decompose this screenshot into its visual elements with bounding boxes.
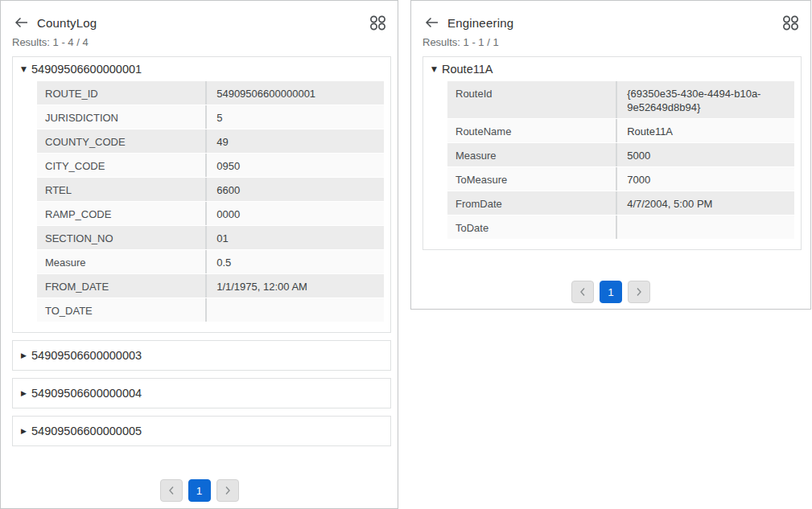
feature-card-collapsed: ▶ 54909506600000003 [12, 340, 391, 371]
feature-toggle-header[interactable]: ▶ 54909506600000004 [13, 379, 390, 408]
attribute-label: TO_DATE [37, 298, 207, 322]
pagination: 1 [411, 281, 810, 303]
feature-card-collapsed: ▶ 54909506600000004 [12, 378, 391, 408]
feature-id: 54909506600000001 [31, 63, 142, 76]
attribute-row: TO_DATE [37, 298, 384, 322]
results-count: Results: 1 - 1 / 1 [411, 31, 810, 56]
attribute-label: ROUTE_ID [37, 81, 207, 105]
attribute-label: ToMeasure [447, 167, 617, 191]
attribute-row: RTEL 6600 [37, 178, 384, 202]
attribute-label: SECTION_NO [37, 226, 207, 249]
back-button[interactable] [424, 16, 439, 29]
apps-grid-icon [369, 15, 386, 31]
attribute-value: {69350e35-430e-4494-b10a-9e52649d8b94} [617, 81, 794, 118]
attribute-value: 0950 [207, 154, 384, 177]
attribute-row: ToMeasure 7000 [447, 167, 794, 191]
apps-grid-icon [782, 15, 799, 31]
panel-header: Engineering [411, 1, 810, 31]
caret-right-icon: ▶ [21, 351, 31, 359]
feature-card-expanded: ▼ Route11A RouteId {69350e35-430e-4494-b… [422, 56, 802, 250]
attribute-value: Route11A [617, 119, 794, 142]
attribute-label: FROM_DATE [37, 274, 207, 298]
arrow-left-icon [425, 17, 439, 28]
attribute-value: 01 [207, 226, 384, 249]
attribute-row: RAMP_CODE 0000 [37, 202, 384, 226]
chevron-right-icon [636, 287, 642, 297]
attribute-row: ToDate [447, 216, 794, 240]
attribute-value [617, 216, 794, 239]
attribute-value: 6600 [207, 178, 384, 201]
attribute-row: FromDate 4/7/2004, 5:00 PM [447, 191, 794, 216]
attribute-label: COUNTY_CODE [37, 129, 207, 153]
attribute-label: RTEL [37, 178, 207, 201]
actions-button[interactable] [369, 14, 386, 31]
attribute-row: Measure 5000 [447, 143, 794, 167]
attribute-row: FROM_DATE 1/1/1975, 12:00 AM [37, 274, 384, 298]
feature-id: 54909506600000003 [31, 349, 142, 362]
results-count: Results: 1 - 4 / 4 [1, 31, 398, 56]
chevron-left-icon [579, 287, 586, 297]
attribute-row: COUNTY_CODE 49 [37, 129, 384, 154]
engineering-feature-info-panel: Engineering Results: 1 - 1 / 1 ▼ Route11… [410, 0, 811, 310]
attribute-row: CITY_CODE 0950 [37, 154, 384, 178]
attribute-label: RouteName [447, 119, 617, 142]
chevron-right-icon [225, 486, 231, 495]
attribute-row: JURISDICTION 5 [37, 105, 384, 129]
attribute-label: JURISDICTION [37, 105, 207, 129]
feature-id: Route11A [442, 63, 493, 76]
attribute-row: SECTION_NO 01 [37, 226, 384, 250]
attribute-label: CITY_CODE [37, 154, 207, 177]
current-page-button[interactable]: 1 [188, 479, 211, 502]
attribute-table: ROUTE_ID 54909506600000001 JURISDICTION … [37, 81, 384, 322]
previous-page-button[interactable] [571, 281, 594, 303]
panel-title: Engineering [447, 16, 781, 30]
panel-header: CountyLog [1, 1, 398, 31]
attribute-value: 0000 [207, 202, 384, 225]
countylog-feature-info-panel: CountyLog Results: 1 - 4 / 4 ▼ 549095066… [0, 0, 398, 509]
attribute-label: Measure [447, 143, 617, 166]
attribute-value: 0.5 [207, 250, 384, 273]
caret-right-icon: ▶ [21, 389, 31, 397]
attribute-value: 1/1/1975, 12:00 AM [207, 274, 384, 298]
caret-down-icon: ▼ [21, 65, 31, 73]
next-page-button[interactable] [628, 281, 650, 303]
feature-toggle-header[interactable]: ▶ 54909506600000005 [13, 417, 390, 445]
attribute-label: RouteId [447, 81, 617, 118]
attribute-value: 7000 [617, 167, 794, 191]
feature-id: 54909506600000005 [31, 425, 142, 437]
feature-toggle-header[interactable]: ▶ 54909506600000003 [13, 341, 390, 370]
attribute-row: RouteId {69350e35-430e-4494-b10a-9e52649… [447, 81, 794, 119]
attribute-value: 4/7/2004, 5:00 PM [617, 191, 794, 215]
attribute-value [207, 298, 384, 322]
attribute-value: 5 [207, 105, 384, 129]
attribute-row: ROUTE_ID 54909506600000001 [37, 81, 384, 105]
actions-button[interactable] [781, 14, 799, 31]
caret-right-icon: ▶ [21, 427, 31, 435]
pagination: 1 [1, 479, 398, 502]
chevron-left-icon [168, 486, 175, 495]
attribute-value: 54909506600000001 [207, 81, 384, 105]
attribute-label: RAMP_CODE [37, 202, 207, 225]
feature-card-collapsed: ▶ 54909506600000005 [12, 416, 391, 446]
feature-toggle-header[interactable]: ▼ Route11A [423, 57, 801, 80]
caret-down-icon: ▼ [431, 65, 442, 73]
feature-toggle-header[interactable]: ▼ 54909506600000001 [13, 57, 390, 80]
back-button[interactable] [14, 16, 28, 29]
attribute-label: FromDate [447, 191, 617, 215]
attribute-value: 5000 [617, 143, 794, 166]
attribute-row: Measure 0.5 [37, 250, 384, 274]
attribute-row: RouteName Route11A [447, 119, 794, 143]
feature-card-expanded: ▼ 54909506600000001 ROUTE_ID 54909506600… [12, 56, 391, 333]
current-page-button[interactable]: 1 [600, 281, 622, 303]
attribute-value: 49 [207, 129, 384, 153]
attribute-table: RouteId {69350e35-430e-4494-b10a-9e52649… [447, 81, 794, 240]
previous-page-button[interactable] [160, 479, 183, 502]
panel-title: CountyLog [37, 16, 369, 30]
arrow-left-icon [14, 17, 28, 28]
attribute-label: Measure [37, 250, 207, 273]
feature-id: 54909506600000004 [31, 387, 142, 400]
attribute-label: ToDate [447, 216, 617, 239]
next-page-button[interactable] [216, 479, 239, 502]
